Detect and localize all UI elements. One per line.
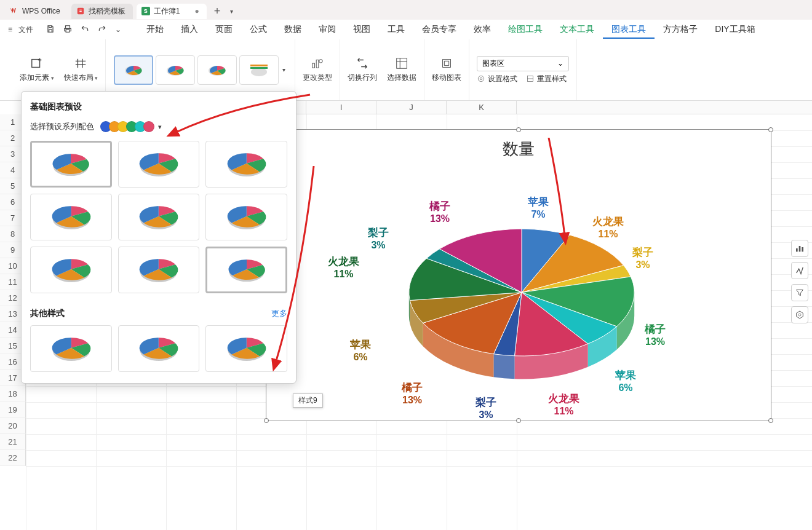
color-preset-row: 选择预设系列配色 ▾ [30,121,287,132]
menu-数据[interactable]: 数据 [276,20,310,39]
chart-settings-icon[interactable] [791,306,808,323]
svg-rect-11 [397,58,407,69]
tab-label: WPS Office [22,7,60,15]
new-tab-button[interactable]: + [210,5,225,18]
menu-审阅[interactable]: 审阅 [310,20,344,39]
menu-效率[interactable]: 效率 [465,20,500,39]
gallery-thumb-1[interactable] [114,55,153,85]
undo-icon[interactable] [76,25,94,35]
tab-workbook[interactable]: S 工作簿1 ● [137,4,207,19]
chart-styles-icon[interactable] [791,262,808,279]
group-data: 切换行列 选择数据 [340,39,424,100]
preset-thumb-8[interactable] [118,247,200,293]
chart-title[interactable]: 数量 [266,130,771,160]
reset-style-button[interactable]: 重置样式 [526,74,567,84]
svg-rect-17 [799,246,801,251]
add-element-button[interactable]: 添加元素 ▾ [20,57,54,83]
menu-chart-tools[interactable]: 图表工具 [603,20,655,39]
gallery-thumb-3[interactable] [197,55,237,85]
menu-开始[interactable]: 开始 [138,20,172,39]
file-menu[interactable]: ≡ 文件 [4,25,42,35]
gallery-dropdown-icon[interactable]: ▾ [281,66,287,73]
chart-filter-icon[interactable] [791,284,808,301]
change-type-button[interactable]: 更改类型 [303,57,332,83]
col-header-J[interactable]: J [376,101,447,114]
slice-label: 梨子3% [632,246,653,271]
svg-rect-12 [443,60,451,68]
select-data-button[interactable]: 选择数据 [387,57,416,83]
redo-icon[interactable] [94,25,111,35]
switch-rowcol-button[interactable]: 切换行列 [348,57,377,83]
quick-layout-button[interactable]: 快速布局 ▾ [64,57,98,83]
svg-point-10 [319,60,323,63]
slice-label: 火龙果11% [592,215,624,240]
tab-wps-office[interactable]: WPS Office [5,4,68,18]
slice-label: 苹果6% [615,369,636,394]
menu-页面[interactable]: 页面 [207,20,241,39]
menu-工具[interactable]: 工具 [379,20,413,39]
col-header-I[interactable]: I [306,101,376,114]
menu-视图[interactable]: 视图 [344,20,379,39]
tab-template[interactable]: 找稻壳模板 [71,4,133,19]
print-icon[interactable] [59,25,76,35]
row-header[interactable]: 19 [0,402,26,418]
row-header[interactable]: 22 [0,450,26,466]
other-thumb-1[interactable] [30,325,112,372]
qat-dropdown-icon[interactable]: ⌄ [111,25,125,34]
menubar: ≡ 文件 ⌄ 开始插入页面公式数据审阅视图工具会员专享效率绘图工具文本工具图表工… [0,20,812,39]
menu-方方格子[interactable]: 方方格子 [655,20,706,39]
other-styles-header: 其他样式 [30,308,65,319]
preset-thumb-5[interactable] [118,194,200,240]
menu-文本工具[interactable]: 文本工具 [551,20,603,39]
preset-thumb-6[interactable] [205,194,287,240]
preset-thumb-3[interactable] [205,141,287,188]
row-header[interactable]: 20 [0,418,26,434]
color-swatches[interactable] [100,121,152,132]
preset-thumb-9[interactable] [205,247,287,293]
group-move: 移动图表 [424,39,469,100]
template-icon [76,7,85,15]
menu-插入[interactable]: 插入 [172,20,207,39]
svg-point-13 [478,76,484,81]
menu-公式[interactable]: 公式 [241,20,276,39]
row-header[interactable]: 21 [0,434,26,450]
gallery-thumb-4[interactable] [239,55,279,85]
chart-elements-icon[interactable] [791,240,808,257]
chart-area-select[interactable]: 图表区⌄ [477,56,569,71]
wps-logo-icon [10,7,18,15]
row-header[interactable]: 18 [0,386,26,402]
window-tabbar: WPS Office 找稻壳模板 S 工作簿1 ● + ▾ [0,0,812,20]
more-link[interactable]: 更多 [271,308,287,319]
save-icon[interactable] [42,25,59,35]
tab-label: 找稻壳模板 [89,6,125,17]
preset-thumb-4[interactable] [30,194,112,240]
menu-DIY工具箱[interactable]: DIY工具箱 [706,20,763,39]
chart-object[interactable]: 数量 苹果7%火龙果11%梨子3%橘子13%苹果6%火龙果11%梨子3%橘子13… [266,129,771,421]
svg-rect-16 [796,248,798,251]
slice-label: 苹果7% [528,196,549,221]
other-thumb-3[interactable] [205,325,287,372]
pie-chart: 苹果7%火龙果11%梨子3%橘子13%苹果6%火龙果11%梨子3%橘子13%苹果… [266,160,771,418]
chevron-down-icon[interactable]: ▾ [158,123,162,131]
svg-point-5 [251,68,267,76]
col-header-K[interactable]: K [447,101,517,114]
gallery-thumb-2[interactable] [156,55,195,85]
tab-close-icon[interactable]: ● [194,7,199,15]
slice-label: 火龙果11% [548,392,579,417]
group-change-type: 更改类型 [295,39,340,100]
group-current-selection: 图表区⌄ 设置格式 重置样式 [469,39,577,100]
preset-thumb-7[interactable] [30,247,112,293]
preset-thumb-1[interactable] [30,141,112,188]
svg-rect-7 [250,67,268,69]
slice-label: 橘子13% [645,323,666,348]
preset-thumb-2[interactable] [118,141,200,188]
svg-marker-19 [797,311,803,318]
set-format-button[interactable]: 设置格式 [477,74,517,84]
svg-rect-6 [250,65,268,66]
tab-dropdown-icon[interactable]: ▾ [228,8,236,15]
other-thumb-2[interactable] [118,325,200,372]
move-chart-button[interactable]: 移动图表 [432,57,461,83]
menu-绘图工具[interactable]: 绘图工具 [500,20,551,39]
menu-会员专享[interactable]: 会员专享 [413,20,465,39]
style-tooltip: 样式9 [293,394,323,408]
